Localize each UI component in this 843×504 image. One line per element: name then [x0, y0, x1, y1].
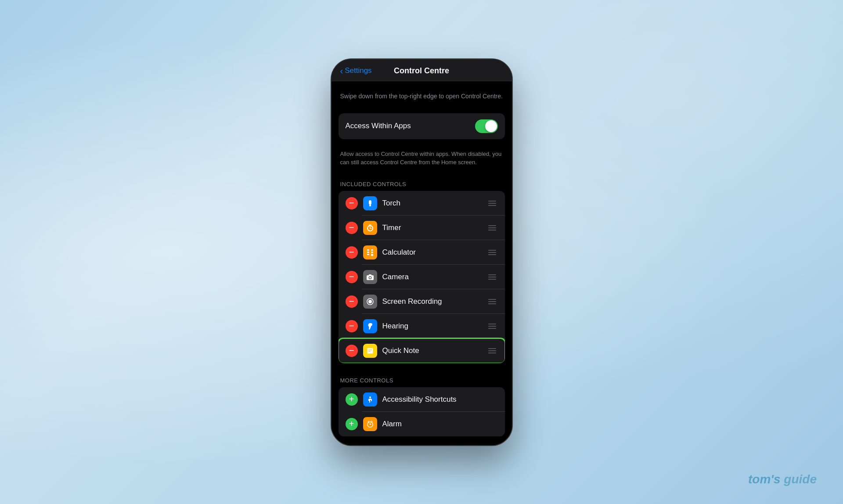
- svg-rect-6: [367, 249, 369, 251]
- svg-point-14: [369, 277, 371, 278]
- calculator-icon: [363, 245, 377, 259]
- hearing-drag-handle[interactable]: [486, 322, 498, 331]
- page-title: Control Centre: [394, 66, 449, 76]
- control-item-camera: Camera: [339, 265, 505, 289]
- camera-drag-handle[interactable]: [486, 273, 498, 281]
- included-controls-header: INCLUDED CONTROLS: [331, 177, 512, 191]
- description-section: Swipe down from the top-right edge to op…: [331, 81, 512, 106]
- svg-rect-9: [371, 252, 373, 253]
- screen: ‹ Settings Control Centre Swipe down fro…: [331, 59, 512, 445]
- svg-rect-20: [367, 348, 373, 353]
- access-within-apps-toggle[interactable]: [475, 119, 498, 133]
- add-alarm-button[interactable]: [346, 418, 358, 430]
- remove-quick-note-button[interactable]: [346, 345, 358, 357]
- camera-label: Camera: [382, 273, 481, 281]
- remove-screen-recording-button[interactable]: [346, 295, 358, 308]
- hearing-label: Hearing: [382, 322, 481, 331]
- camera-icon: [363, 270, 377, 284]
- svg-line-27: [368, 421, 369, 422]
- svg-rect-8: [367, 252, 369, 253]
- remove-camera-button[interactable]: [346, 271, 358, 283]
- screen-recording-label: Screen Recording: [382, 297, 481, 306]
- hearing-icon: [363, 319, 377, 333]
- control-item-hearing: Hearing: [339, 314, 505, 338]
- access-within-apps-row[interactable]: Access Within Apps: [339, 113, 505, 139]
- svg-rect-10: [367, 254, 369, 255]
- svg-rect-11: [371, 254, 373, 256]
- control-item-timer: Timer: [339, 216, 505, 240]
- screen-recording-drag-handle[interactable]: [486, 297, 498, 306]
- torch-drag-handle[interactable]: [486, 199, 498, 208]
- add-accessibility-shortcuts-button[interactable]: [346, 393, 358, 406]
- remove-calculator-button[interactable]: [346, 246, 358, 259]
- more-controls-header: MORE CONTROLS: [331, 374, 512, 387]
- nav-bar: ‹ Settings Control Centre: [331, 59, 512, 81]
- calculator-label: Calculator: [382, 248, 481, 257]
- remove-timer-button[interactable]: [346, 222, 358, 234]
- quick-note-drag-handle[interactable]: [486, 346, 498, 355]
- control-item-quick-note: Quick Note: [339, 338, 505, 363]
- toggle-description: Allow access to Control Centre within ap…: [331, 146, 512, 177]
- svg-rect-7: [371, 249, 373, 251]
- watermark: tom's guide: [748, 472, 817, 486]
- torch-label: Torch: [382, 199, 481, 208]
- iphone-frame: ‹ Settings Control Centre Swipe down fro…: [331, 58, 513, 446]
- toggle-section: Access Within Apps: [331, 113, 512, 139]
- more-controls-section: MORE CONTROLS Accessibility Shortcuts: [331, 374, 512, 445]
- svg-line-28: [371, 421, 372, 422]
- alarm-label: Alarm: [382, 420, 498, 428]
- svg-rect-15: [369, 274, 371, 276]
- quick-note-label: Quick Note: [382, 346, 481, 355]
- torch-icon: [363, 196, 377, 210]
- svg-rect-1: [369, 205, 371, 206]
- svg-point-18: [369, 328, 370, 329]
- timer-drag-handle[interactable]: [486, 223, 498, 232]
- control-item-accessibility-shortcuts: Accessibility Shortcuts: [339, 387, 505, 412]
- remove-torch-button[interactable]: [346, 197, 358, 209]
- svg-point-23: [369, 396, 371, 398]
- more-controls-list: Accessibility Shortcuts: [339, 387, 505, 436]
- timer-label: Timer: [382, 223, 481, 232]
- timer-icon: [363, 221, 377, 235]
- quick-note-icon: [363, 344, 377, 358]
- description-text: Swipe down from the top-right edge to op…: [340, 92, 503, 101]
- toggle-thumb: [485, 120, 497, 132]
- accessibility-shortcuts-label: Accessibility Shortcuts: [382, 395, 498, 404]
- screen-recording-icon: [363, 295, 377, 309]
- control-item-calculator: Calculator: [339, 240, 505, 265]
- back-chevron-icon: ‹: [340, 66, 343, 75]
- svg-rect-0: [369, 200, 371, 205]
- content-area: Swipe down from the top-right edge to op…: [331, 81, 512, 445]
- svg-point-17: [368, 300, 372, 303]
- calculator-drag-handle[interactable]: [486, 248, 498, 257]
- back-button[interactable]: ‹ Settings: [340, 66, 372, 75]
- back-label: Settings: [345, 66, 371, 75]
- accessibility-shortcuts-icon: [363, 392, 377, 407]
- included-controls-list: Torch Ti: [339, 191, 505, 363]
- control-item-torch: Torch: [339, 191, 505, 216]
- control-item-alarm: Alarm: [339, 412, 505, 436]
- control-item-screen-recording: Screen Recording: [339, 289, 505, 314]
- remove-hearing-button[interactable]: [346, 320, 358, 332]
- toggle-label: Access Within Apps: [346, 122, 411, 130]
- alarm-icon: [363, 417, 377, 431]
